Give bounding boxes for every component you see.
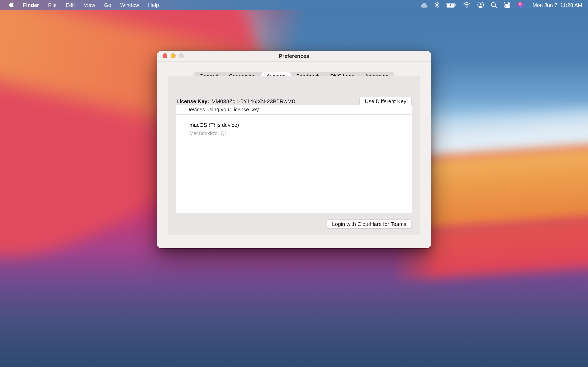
menu-window[interactable]: Window: [116, 0, 144, 10]
window-title: Preferences: [157, 53, 431, 59]
devices-list: Devices using your license key macOS (Th…: [176, 105, 412, 213]
menu-help[interactable]: Help: [144, 0, 164, 10]
wifi-icon[interactable]: [463, 2, 470, 8]
device-name: macOS (This device): [190, 121, 412, 129]
battery-charging-icon[interactable]: [446, 2, 456, 8]
menu-finder[interactable]: Finder: [18, 0, 43, 10]
menu-bar-status-area: Mon Jun 7 11:28 AM: [420, 0, 588, 10]
menu-bar: Finder File Edit View Go Window Help: [0, 0, 588, 10]
preferences-window: Preferences General Connection Account F…: [157, 50, 431, 248]
apple-menu[interactable]: [4, 0, 18, 10]
menu-edit[interactable]: Edit: [61, 0, 79, 10]
devices-list-header: Devices using your license key: [176, 105, 412, 115]
device-row[interactable]: macOS (This device) MacBookPro17,1: [176, 115, 412, 137]
menu-go[interactable]: Go: [100, 0, 116, 10]
spotlight-search-icon[interactable]: [491, 2, 497, 8]
cloudflare-warp-icon[interactable]: [420, 2, 428, 8]
traffic-lights: [163, 50, 184, 61]
screen: Finder File Edit View Go Window Help: [0, 0, 588, 367]
siri-orb: [517, 2, 524, 8]
minimize-button[interactable]: [171, 53, 176, 58]
menu-view[interactable]: View: [79, 0, 100, 10]
menu-bar-clock[interactable]: Mon Jun 7 11:28 AM: [532, 2, 582, 8]
menu-bar-left: Finder File Edit View Go Window Help: [0, 0, 164, 10]
window-titlebar[interactable]: Preferences: [157, 50, 431, 62]
bluetooth-icon[interactable]: [435, 2, 439, 8]
license-key-row: License Key: VM038Zg1-5Y146jXN-23B5RwM8 …: [176, 97, 412, 106]
account-tab-panel: License Key: VM038Zg1-5Y146jXN-23B5RwM8 …: [168, 76, 420, 235]
user-account-icon[interactable]: [477, 2, 484, 8]
zoom-button-disabled: [179, 53, 184, 58]
license-key-label: License Key:: [176, 98, 209, 104]
close-button[interactable]: [163, 53, 167, 58]
control-center-icon[interactable]: [504, 2, 510, 8]
menu-file[interactable]: File: [43, 0, 61, 10]
siri-icon[interactable]: [517, 2, 524, 8]
device-model: MacBookPro17,1: [190, 130, 412, 137]
apple-icon: [9, 1, 14, 9]
use-different-key-button[interactable]: Use Different Key: [360, 97, 412, 106]
license-key-value: VM038Zg1-5Y146jXN-23B5RwM8: [212, 98, 295, 104]
teams-login-button[interactable]: Login with Cloudflare for Teams: [327, 219, 412, 228]
